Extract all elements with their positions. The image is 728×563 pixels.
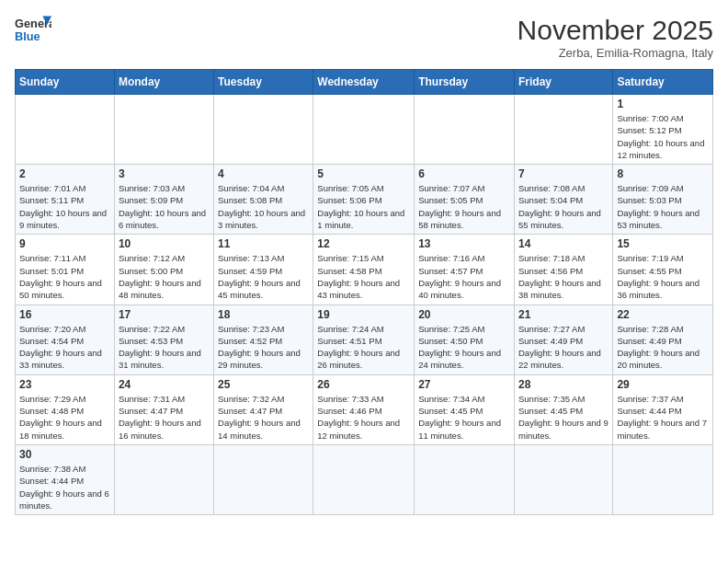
day-number: 14 — [518, 237, 609, 250]
calendar-cell — [313, 95, 415, 165]
calendar-cell: 3Sunrise: 7:03 AMSunset: 5:09 PMDaylight… — [114, 165, 213, 235]
day-info: Sunrise: 7:27 AMSunset: 4:49 PMDaylight:… — [518, 323, 609, 372]
calendar-cell: 30Sunrise: 7:38 AMSunset: 4:44 PMDayligh… — [16, 444, 115, 514]
calendar-cell: 18Sunrise: 7:23 AMSunset: 4:52 PMDayligh… — [214, 304, 313, 374]
day-info: Sunrise: 7:28 AMSunset: 4:49 PMDaylight:… — [617, 323, 709, 372]
calendar-cell — [415, 95, 515, 165]
calendar-cell: 5Sunrise: 7:05 AMSunset: 5:06 PMDaylight… — [313, 165, 415, 235]
day-number: 10 — [119, 237, 210, 250]
calendar-cell — [613, 444, 713, 514]
day-number: 29 — [617, 378, 709, 391]
calendar-week-row: 2Sunrise: 7:01 AMSunset: 5:11 PMDaylight… — [16, 165, 713, 235]
column-header-thursday: Thursday — [415, 70, 515, 95]
calendar-cell: 22Sunrise: 7:28 AMSunset: 4:49 PMDayligh… — [613, 304, 713, 374]
location-subtitle: Zerba, Emilia-Romagna, Italy — [518, 46, 713, 60]
svg-text:Blue: Blue — [15, 29, 40, 43]
day-number: 9 — [19, 237, 110, 250]
calendar-cell — [313, 444, 415, 514]
calendar-header-row: SundayMondayTuesdayWednesdayThursdayFrid… — [16, 70, 713, 95]
day-info: Sunrise: 7:20 AMSunset: 4:54 PMDaylight:… — [19, 323, 110, 372]
column-header-saturday: Saturday — [613, 70, 713, 95]
day-number: 15 — [617, 237, 709, 250]
day-number: 4 — [218, 167, 309, 180]
day-info: Sunrise: 7:25 AMSunset: 4:50 PMDaylight:… — [418, 323, 510, 372]
calendar-cell: 12Sunrise: 7:15 AMSunset: 4:58 PMDayligh… — [313, 235, 415, 304]
day-number: 3 — [119, 167, 210, 180]
day-info: Sunrise: 7:34 AMSunset: 4:45 PMDaylight:… — [418, 393, 510, 442]
calendar-cell — [16, 95, 115, 165]
day-info: Sunrise: 7:24 AMSunset: 4:51 PMDaylight:… — [317, 323, 410, 372]
day-info: Sunrise: 7:04 AMSunset: 5:08 PMDaylight:… — [218, 182, 309, 231]
column-header-friday: Friday — [514, 70, 612, 95]
day-info: Sunrise: 7:09 AMSunset: 5:03 PMDaylight:… — [617, 182, 709, 231]
day-number: 30 — [19, 448, 110, 461]
calendar-cell: 2Sunrise: 7:01 AMSunset: 5:11 PMDaylight… — [16, 165, 115, 235]
calendar-cell: 26Sunrise: 7:33 AMSunset: 4:46 PMDayligh… — [313, 374, 415, 444]
calendar-cell — [214, 444, 313, 514]
calendar-cell: 20Sunrise: 7:25 AMSunset: 4:50 PMDayligh… — [415, 304, 515, 374]
month-title: November 2025 — [518, 15, 713, 46]
day-number: 7 — [518, 167, 609, 180]
day-number: 6 — [418, 167, 510, 180]
calendar-week-row: 1Sunrise: 7:00 AMSunset: 5:12 PMDaylight… — [16, 95, 713, 165]
day-info: Sunrise: 7:32 AMSunset: 4:47 PMDaylight:… — [218, 393, 309, 442]
day-info: Sunrise: 7:23 AMSunset: 4:52 PMDaylight:… — [218, 323, 309, 372]
title-block: November 2025 Zerba, Emilia-Romagna, Ita… — [518, 15, 713, 60]
day-info: Sunrise: 7:03 AMSunset: 5:09 PMDaylight:… — [119, 182, 210, 231]
calendar-cell: 13Sunrise: 7:16 AMSunset: 4:57 PMDayligh… — [415, 235, 515, 304]
calendar-cell: 29Sunrise: 7:37 AMSunset: 4:44 PMDayligh… — [613, 374, 713, 444]
day-info: Sunrise: 7:18 AMSunset: 4:56 PMDaylight:… — [518, 252, 609, 301]
calendar-cell: 15Sunrise: 7:19 AMSunset: 4:55 PMDayligh… — [613, 235, 713, 304]
calendar-cell — [214, 95, 313, 165]
day-number: 1 — [617, 98, 709, 110]
calendar-cell: 17Sunrise: 7:22 AMSunset: 4:53 PMDayligh… — [114, 304, 213, 374]
calendar-cell — [514, 95, 612, 165]
day-number: 22 — [617, 308, 709, 321]
day-info: Sunrise: 7:35 AMSunset: 4:45 PMDaylight:… — [518, 393, 609, 442]
calendar-table: SundayMondayTuesdayWednesdayThursdayFrid… — [15, 69, 713, 515]
day-number: 18 — [218, 308, 309, 321]
calendar-week-row: 23Sunrise: 7:29 AMSunset: 4:48 PMDayligh… — [16, 374, 713, 444]
calendar-cell: 14Sunrise: 7:18 AMSunset: 4:56 PMDayligh… — [514, 235, 612, 304]
day-number: 16 — [19, 308, 110, 321]
logo-icon: General Blue — [15, 15, 51, 44]
day-number: 12 — [317, 237, 410, 250]
calendar-cell: 8Sunrise: 7:09 AMSunset: 5:03 PMDaylight… — [613, 165, 713, 235]
calendar-week-row: 9Sunrise: 7:11 AMSunset: 5:01 PMDaylight… — [16, 235, 713, 304]
column-header-tuesday: Tuesday — [214, 70, 313, 95]
day-number: 24 — [119, 378, 210, 391]
day-number: 23 — [19, 378, 110, 391]
day-number: 2 — [19, 167, 110, 180]
calendar-week-row: 16Sunrise: 7:20 AMSunset: 4:54 PMDayligh… — [16, 304, 713, 374]
day-number: 26 — [317, 378, 410, 391]
day-number: 19 — [317, 308, 410, 321]
calendar-cell: 25Sunrise: 7:32 AMSunset: 4:47 PMDayligh… — [214, 374, 313, 444]
page-header: General Blue November 2025 Zerba, Emilia… — [15, 15, 713, 60]
calendar-cell — [415, 444, 515, 514]
calendar-cell — [514, 444, 612, 514]
day-number: 20 — [418, 308, 510, 321]
day-info: Sunrise: 7:15 AMSunset: 4:58 PMDaylight:… — [317, 252, 410, 301]
calendar-cell: 10Sunrise: 7:12 AMSunset: 5:00 PMDayligh… — [114, 235, 213, 304]
day-info: Sunrise: 7:00 AMSunset: 5:12 PMDaylight:… — [617, 112, 709, 161]
day-info: Sunrise: 7:13 AMSunset: 4:59 PMDaylight:… — [218, 252, 309, 301]
column-header-sunday: Sunday — [16, 70, 115, 95]
calendar-cell — [114, 444, 213, 514]
day-number: 5 — [317, 167, 410, 180]
day-number: 21 — [518, 308, 609, 321]
column-header-monday: Monday — [114, 70, 213, 95]
calendar-cell: 6Sunrise: 7:07 AMSunset: 5:05 PMDaylight… — [415, 165, 515, 235]
logo: General Blue — [15, 15, 51, 44]
calendar-cell: 21Sunrise: 7:27 AMSunset: 4:49 PMDayligh… — [514, 304, 612, 374]
day-info: Sunrise: 7:31 AMSunset: 4:47 PMDaylight:… — [119, 393, 210, 442]
day-number: 25 — [218, 378, 309, 391]
day-number: 28 — [518, 378, 609, 391]
day-info: Sunrise: 7:05 AMSunset: 5:06 PMDaylight:… — [317, 182, 410, 231]
day-info: Sunrise: 7:37 AMSunset: 4:44 PMDaylight:… — [617, 393, 709, 442]
day-number: 27 — [418, 378, 510, 391]
calendar-cell — [114, 95, 213, 165]
calendar-cell: 4Sunrise: 7:04 AMSunset: 5:08 PMDaylight… — [214, 165, 313, 235]
day-info: Sunrise: 7:08 AMSunset: 5:04 PMDaylight:… — [518, 182, 609, 231]
day-number: 11 — [218, 237, 309, 250]
calendar-week-row: 30Sunrise: 7:38 AMSunset: 4:44 PMDayligh… — [16, 444, 713, 514]
